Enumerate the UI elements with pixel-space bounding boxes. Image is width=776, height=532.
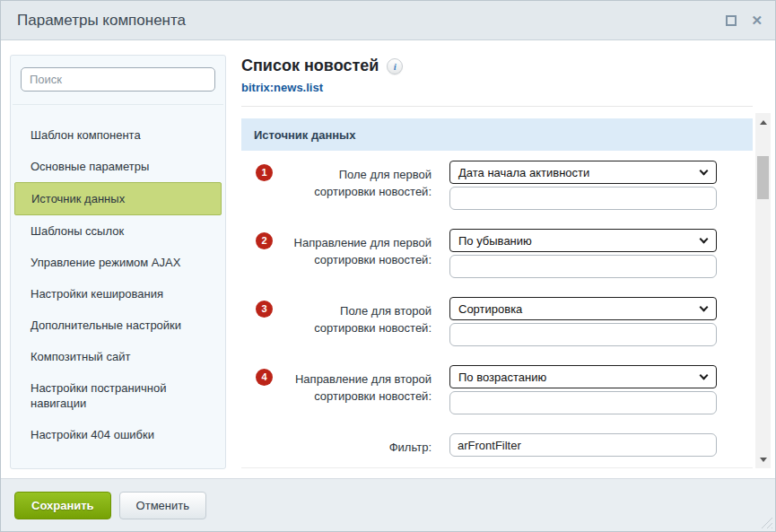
scroll-down-icon[interactable] [755, 452, 771, 467]
field-number-badge: 1 [256, 164, 273, 181]
sort-order-first-custom-input[interactable] [449, 255, 717, 278]
field-label: Направление для первой сортировки новост… [294, 236, 432, 266]
sidebar-item-data-source[interactable]: Источник данных [14, 182, 222, 215]
field-number-badge: 3 [256, 301, 273, 318]
search-input[interactable] [21, 67, 215, 92]
sort-order-second-select[interactable]: По возрастанию [449, 365, 717, 388]
filter-input[interactable] [449, 433, 717, 457]
maximize-icon[interactable] [726, 15, 737, 26]
sort-by-second-custom-input[interactable] [449, 323, 717, 346]
sort-by-first-select[interactable]: Дата начала активности [449, 161, 717, 184]
section-header-data-source: Источник данных [241, 118, 753, 151]
scrollbar-thumb[interactable] [757, 156, 769, 199]
select-value: По убыванию [458, 234, 532, 248]
sidebar-item-main-parameters[interactable]: Основные параметры [11, 151, 225, 182]
sidebar-item-404-settings[interactable]: Настройки 404 ошибки [11, 419, 225, 450]
chevron-down-icon [700, 302, 709, 311]
close-icon[interactable]: ✕ [751, 13, 763, 27]
select-value: Сортировка [458, 302, 522, 316]
sidebar-item-cache-settings[interactable]: Настройки кеширования [11, 278, 225, 310]
chevron-down-icon [700, 371, 709, 379]
select-value: По возрастанию [458, 371, 546, 384]
chevron-down-icon [700, 166, 709, 175]
sidebar-menu: Шаблон компонента Основные параметры Ист… [11, 105, 225, 450]
field-row-sort-by-second: 3 Поле для второй сортировки новостей: С… [241, 297, 753, 346]
field-label: Фильтр: [389, 440, 432, 454]
component-parameters-dialog: Параметры компонента ✕ Шаблон компонента… [0, 0, 776, 532]
sidebar-item-composite-site[interactable]: Композитный сайт [11, 341, 225, 372]
scroll-up-icon[interactable] [755, 115, 771, 129]
field-number-badge: 2 [256, 232, 273, 249]
field-row-sort-order-first: 2 Направление для первой сортировки ново… [241, 229, 753, 278]
component-code: bitrix:news.list [241, 81, 323, 94]
sidebar-item-component-template[interactable]: Шаблон компонента [11, 119, 225, 151]
sort-order-second-custom-input[interactable] [449, 391, 717, 414]
field-label: Поле для второй сортировки новостей: [314, 304, 432, 335]
dialog-titlebar: Параметры компонента ✕ [1, 1, 775, 40]
settings-sidebar: Шаблон компонента Основные параметры Ист… [10, 55, 226, 469]
resize-grip[interactable] [760, 516, 772, 528]
sort-by-first-custom-input[interactable] [449, 187, 717, 210]
field-row-filter: Фильтр: [241, 433, 753, 457]
sidebar-item-ajax-mode[interactable]: Управление режимом AJAX [11, 247, 225, 278]
sort-by-second-select[interactable]: Сортировка [449, 297, 717, 320]
title-separator [241, 106, 753, 107]
field-label: Поле для первой сортировки новостей: [314, 168, 432, 198]
dialog-title: Параметры компонента [17, 12, 186, 30]
vertical-scrollbar [755, 113, 771, 468]
field-row-sort-order-second: 4 Направление для второй сортировки ново… [241, 365, 753, 414]
save-button[interactable]: Сохранить [14, 492, 111, 519]
page-title: Список новостей [241, 57, 379, 75]
field-label: Направление для второй сортировки новост… [295, 372, 432, 403]
sidebar-item-link-templates[interactable]: Шаблоны ссылок [11, 215, 225, 247]
chevron-down-icon [700, 234, 709, 243]
sidebar-item-additional-settings[interactable]: Дополнительные настройки [11, 310, 225, 341]
form-scroll-area: Источник данных 1 Поле для первой сортир… [241, 113, 753, 468]
field-number-badge: 4 [256, 369, 273, 386]
info-icon[interactable]: i [387, 58, 403, 74]
sidebar-item-pagination-settings[interactable]: Настройки постраничной навигации [11, 372, 225, 419]
cancel-button[interactable]: Отменить [119, 492, 206, 519]
dialog-footer: Сохранить Отменить [1, 478, 775, 531]
select-value: Дата начала активности [458, 166, 589, 179]
sort-order-first-select[interactable]: По убыванию [449, 229, 717, 252]
field-row-sort-by-first: 1 Поле для первой сортировки новостей: Д… [241, 161, 753, 210]
